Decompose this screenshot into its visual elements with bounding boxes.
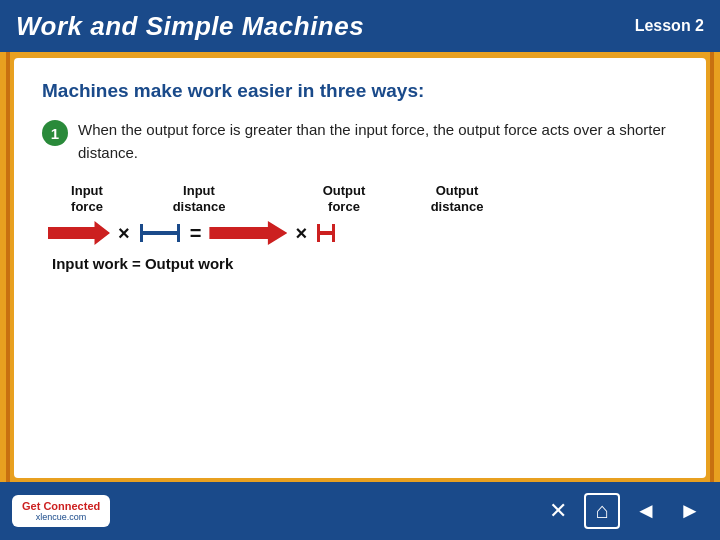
arrow-big-icon	[48, 221, 110, 245]
col-input-distance: Inputdistance	[154, 183, 244, 216]
equation-text: Input work = Output work	[52, 255, 233, 272]
nav-next-button[interactable]: ►	[672, 493, 708, 529]
diagram-labels: Inputforce Inputdistance Outputforce Out…	[42, 183, 678, 216]
equals-operator: =	[190, 222, 202, 245]
col-input-force: Inputforce	[42, 183, 132, 216]
output-force-arrow	[209, 221, 287, 245]
times-operator-1: ×	[118, 222, 130, 245]
next-icon: ►	[679, 498, 701, 524]
get-connected-label: Get Connected	[22, 500, 100, 512]
col-label-output-distance: Outputdistance	[431, 183, 484, 216]
col-label-input-distance: Inputdistance	[173, 183, 226, 216]
close-icon: ✕	[549, 498, 567, 524]
footer-left: Get Connected xlencue.com	[12, 495, 110, 527]
nav-prev-button[interactable]: ◄	[628, 493, 664, 529]
main-content: Machines make work easier in three ways:…	[14, 58, 706, 478]
home-icon: ⌂	[595, 498, 608, 524]
equation-row: Input work = Output work	[42, 255, 678, 272]
dist-small-icon	[317, 222, 335, 244]
header-bar: Work and Simple Machines Lesson 2	[0, 0, 720, 52]
arrow-big-output-icon	[209, 221, 287, 245]
nav-close-button[interactable]: ✕	[540, 493, 576, 529]
input-distance-symbol	[138, 222, 182, 244]
output-distance-symbol	[315, 222, 337, 244]
footer-bar: Get Connected xlencue.com ✕ ⌂ ◄ ►	[0, 482, 720, 540]
item-text-1: When the output force is greater than th…	[78, 118, 678, 165]
dist-large-icon	[140, 222, 180, 244]
header-title: Work and Simple Machines	[16, 11, 364, 42]
lesson-badge: Lesson 2	[635, 17, 704, 35]
col-output-distance: Outputdistance	[412, 183, 502, 216]
home-button[interactable]: ⌂	[584, 493, 620, 529]
item-row-1: 1 When the output force is greater than …	[42, 118, 678, 165]
col-label-input-force: Inputforce	[71, 183, 103, 216]
section-title: Machines make work easier in three ways:	[42, 80, 678, 102]
diagram-area: Inputforce Inputdistance Outputforce Out…	[42, 183, 678, 273]
dist-line-small	[317, 231, 335, 235]
col-output-force: Outputforce	[294, 183, 394, 216]
times-operator-2: ×	[295, 222, 307, 245]
get-connected-sub: xlencue.com	[36, 512, 87, 522]
diagram-symbols: × = ×	[42, 221, 678, 245]
item-number-1: 1	[42, 120, 68, 146]
prev-icon: ◄	[635, 498, 657, 524]
get-connected-button[interactable]: Get Connected xlencue.com	[12, 495, 110, 527]
dist-line-large	[140, 231, 180, 235]
col-label-output-force: Outputforce	[323, 183, 366, 216]
input-force-arrow	[48, 221, 110, 245]
